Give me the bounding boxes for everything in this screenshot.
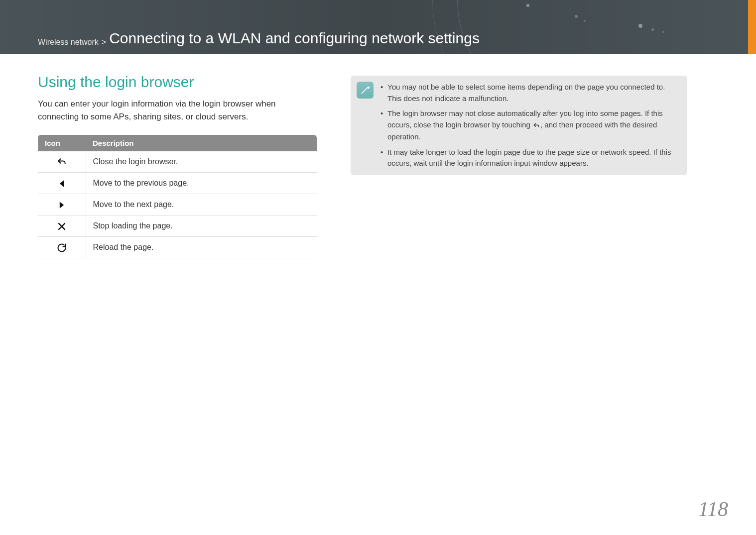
table-row: Move to the next page. bbox=[38, 194, 317, 215]
note-item: You may not be able to select some items… bbox=[380, 82, 679, 104]
breadcrumb-title: Connecting to a WLAN and configuring net… bbox=[109, 30, 480, 47]
decorative-arc bbox=[432, 0, 756, 54]
note-item: It may take longer to load the login pag… bbox=[380, 147, 679, 169]
breadcrumb-separator: > bbox=[102, 38, 106, 47]
table-cell-desc: Move to the next page. bbox=[86, 194, 317, 215]
prev-icon bbox=[38, 173, 86, 194]
right-column: You may not be able to select some items… bbox=[351, 74, 687, 258]
note-text: It may take longer to load the login pag… bbox=[387, 148, 671, 168]
stop-icon bbox=[38, 215, 86, 237]
table-cell-desc: Stop loading the page. bbox=[86, 215, 317, 237]
table-header-icon: Icon bbox=[38, 135, 86, 151]
icon-description-table: Icon Description Close the login browser… bbox=[38, 135, 317, 258]
table-row: Close the login browser. bbox=[38, 151, 317, 173]
note-icon bbox=[357, 82, 374, 99]
note-item: The login browser may not close automati… bbox=[380, 108, 679, 143]
next-icon bbox=[38, 194, 86, 215]
table-row: Stop loading the page. bbox=[38, 215, 317, 237]
decorative-dot bbox=[526, 4, 529, 7]
table-cell-desc: Move to the previous page. bbox=[86, 173, 317, 194]
left-column: Using the login browser You can enter yo… bbox=[38, 74, 317, 258]
note-list: You may not be able to select some items… bbox=[380, 82, 679, 169]
table-header-desc: Description bbox=[86, 135, 317, 151]
breadcrumb-prefix: Wireless network bbox=[38, 38, 99, 47]
table-row: Reload the page. bbox=[38, 237, 317, 258]
back-icon bbox=[532, 120, 540, 132]
content-area: Using the login browser You can enter yo… bbox=[0, 54, 756, 258]
decorative-dot bbox=[584, 20, 586, 22]
section-heading: Using the login browser bbox=[38, 74, 317, 91]
note-box: You may not be able to select some items… bbox=[351, 76, 687, 175]
page-number: 118 bbox=[698, 497, 728, 521]
decorative-dot bbox=[575, 15, 578, 18]
accent-tab bbox=[748, 0, 756, 54]
note-text: You may not be able to select some items… bbox=[387, 83, 665, 103]
decorative-dot bbox=[651, 28, 654, 31]
back-icon bbox=[38, 151, 86, 173]
table-cell-desc: Reload the page. bbox=[86, 237, 317, 258]
section-body: You can enter your login information via… bbox=[38, 98, 317, 123]
reload-icon bbox=[38, 237, 86, 258]
table-row: Move to the previous page. bbox=[38, 173, 317, 194]
table-cell-desc: Close the login browser. bbox=[86, 151, 317, 173]
decorative-dot bbox=[662, 31, 664, 33]
page-header: Wireless network > Connecting to a WLAN … bbox=[0, 0, 756, 54]
decorative-dot bbox=[638, 24, 642, 28]
